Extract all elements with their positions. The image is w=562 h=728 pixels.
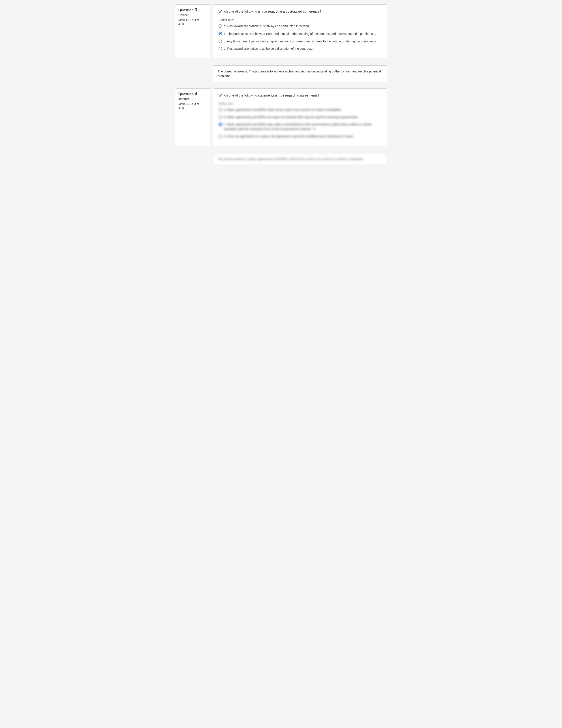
radio-4-1[interactable] bbox=[219, 115, 222, 119]
option-item-3-2[interactable]: c. Any Government personnel can give dir… bbox=[219, 39, 381, 44]
question-sidebar-3: Question 3CorrectMark 4.00 out of 4.00 bbox=[175, 4, 210, 58]
radio-circle-3-1 bbox=[219, 32, 222, 35]
answer-spacer-4 bbox=[175, 150, 210, 165]
radio-circle-3-3 bbox=[219, 47, 222, 50]
question-mark-4: Mark 0.00 out of 4.00 bbox=[178, 102, 207, 110]
select-label-3: Select one: bbox=[219, 18, 381, 22]
answer-row-4: The correct answer is: Basic agreements … bbox=[175, 150, 387, 165]
correct-answer-box-3: The correct answer is: The purpose is to… bbox=[213, 65, 387, 82]
answer-row-3: The correct answer is: The purpose is to… bbox=[175, 63, 387, 82]
correct-answer-text-4: The correct answer is: Basic agreements … bbox=[218, 157, 364, 161]
question-status-4: Incorrect bbox=[178, 97, 207, 101]
radio-4-3[interactable] bbox=[219, 135, 222, 138]
option-text-4-2: c. Basic agreements and BPAs may make a … bbox=[224, 122, 381, 131]
radio-3-1[interactable] bbox=[219, 32, 222, 35]
option-item-4-1[interactable]: b. Basic agreements and BPAs are types o… bbox=[219, 115, 381, 119]
option-item-3-1[interactable]: b. The purpose is to achieve a clear and… bbox=[219, 31, 381, 36]
radio-4-2[interactable] bbox=[219, 123, 222, 126]
options-list-4: a. Basic agreements and BPAs shall not b… bbox=[219, 108, 381, 139]
radio-3-2[interactable] bbox=[219, 40, 222, 43]
question-block-3: Question 3CorrectMark 4.00 out of 4.00Wh… bbox=[175, 4, 387, 58]
radio-circle-3-2 bbox=[219, 40, 222, 43]
question-status-3: Correct bbox=[178, 13, 207, 17]
option-text-4-0: a. Basic agreements and BPAs shall not b… bbox=[224, 108, 381, 112]
option-item-3-3[interactable]: d. Post award orientation is at the sole… bbox=[219, 46, 381, 51]
radio-3-0[interactable] bbox=[219, 24, 222, 28]
option-text-3-2: c. Any Government personnel can give dir… bbox=[224, 39, 381, 44]
page-wrapper: Question 3CorrectMark 4.00 out of 4.00Wh… bbox=[175, 4, 387, 165]
answer-spacer-3 bbox=[175, 63, 210, 82]
question-text-4: Which one of the following statements is… bbox=[219, 93, 381, 98]
radio-circle-4-2 bbox=[219, 123, 222, 126]
radio-circle-3-0 bbox=[219, 24, 222, 28]
option-item-4-2[interactable]: c. Basic agreements and BPAs may make a … bbox=[219, 122, 381, 131]
question-number-3: Question 3 bbox=[178, 7, 207, 12]
option-text-4-3: d. Once an agreement is in place, the ag… bbox=[224, 134, 381, 139]
radio-circle-4-3 bbox=[219, 135, 222, 138]
option-text-3-0: a. Post award orientation must always be… bbox=[224, 24, 381, 28]
checkmark-3-1: ✓ bbox=[374, 32, 377, 36]
option-text-3-3: d. Post award orientation is at the sole… bbox=[224, 46, 381, 51]
option-item-4-3[interactable]: d. Once an agreement is in place, the ag… bbox=[219, 134, 381, 139]
options-list-3: a. Post award orientation must always be… bbox=[219, 24, 381, 51]
question-mark-3: Mark 4.00 out of 4.00 bbox=[178, 18, 207, 26]
question-block-4: Question 4IncorrectMark 0.00 out of 4.00… bbox=[175, 88, 387, 146]
question-number-4: Question 4 bbox=[178, 91, 207, 96]
question-main-3: Which one of the following is true regar… bbox=[213, 4, 387, 58]
option-item-4-0[interactable]: a. Basic agreements and BPAs shall not b… bbox=[219, 108, 381, 112]
question-text-3: Which one of the following is true regar… bbox=[219, 9, 381, 14]
radio-4-0[interactable] bbox=[219, 108, 222, 112]
correct-answer-text-3: The correct answer is: The purpose is to… bbox=[218, 70, 381, 78]
question-sidebar-4: Question 4IncorrectMark 0.00 out of 4.00 bbox=[175, 88, 210, 146]
radio-circle-4-1 bbox=[219, 115, 222, 119]
option-text-3-1: b. The purpose is to achieve a clear and… bbox=[224, 31, 381, 36]
correct-answer-box-4: The correct answer is: Basic agreements … bbox=[213, 153, 387, 165]
select-label-4: Select one: bbox=[219, 102, 381, 105]
incorrect-mark-4-2: ✗ bbox=[312, 127, 316, 131]
option-text-4-1: b. Basic agreements and BPAs are types o… bbox=[224, 115, 381, 119]
radio-3-3[interactable] bbox=[219, 47, 222, 50]
radio-circle-4-0 bbox=[219, 108, 222, 112]
question-main-4: Which one of the following statements is… bbox=[213, 88, 387, 146]
option-item-3-0[interactable]: a. Post award orientation must always be… bbox=[219, 24, 381, 28]
